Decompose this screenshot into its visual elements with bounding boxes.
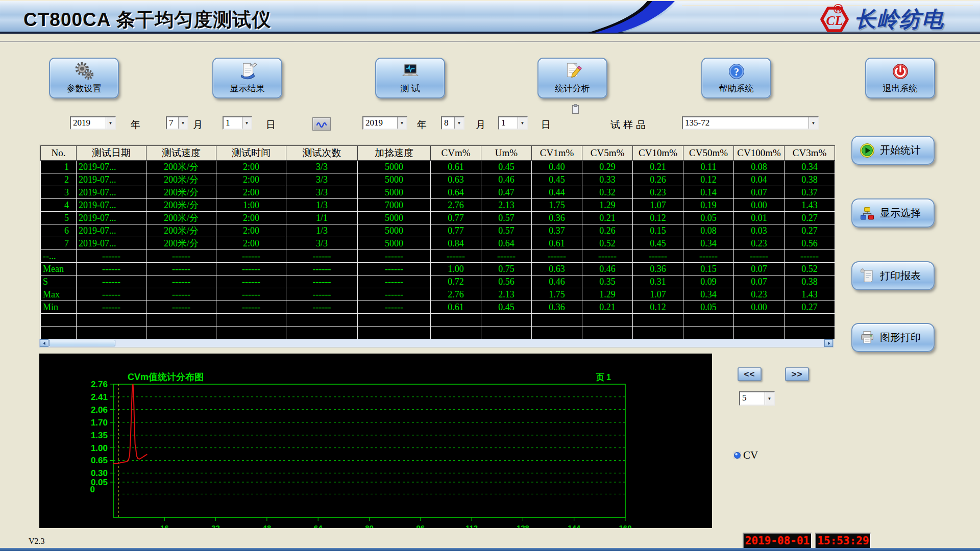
table-row[interactable]: 52019-07...200米/分2:001/150000.770.570.36… bbox=[41, 212, 835, 224]
chevron-down-icon[interactable]: ▼ bbox=[397, 117, 406, 129]
column-header: 加捻速度 bbox=[358, 146, 431, 161]
table-cell: 1.43 bbox=[785, 199, 835, 212]
table-row[interactable]: 22019-07...200米/分2:003/350000.630.460.45… bbox=[41, 173, 835, 186]
display-select-button[interactable]: 显示选择 bbox=[851, 198, 935, 228]
cv-radio-icon[interactable] bbox=[733, 452, 741, 459]
table-row[interactable]: Mean------------------------------1.000.… bbox=[41, 263, 835, 276]
table-row[interactable]: Max------------------------------2.762.1… bbox=[41, 288, 835, 301]
table-row[interactable]: Min------------------------------0.610.4… bbox=[41, 301, 835, 314]
table-cell: 0.84 bbox=[431, 237, 481, 250]
end-day-unit: 日 bbox=[541, 118, 551, 132]
test-button[interactable]: 测 试 bbox=[375, 58, 445, 98]
end-month-select[interactable]: 8 ▼ bbox=[441, 116, 464, 130]
table-cell: 0.23 bbox=[633, 186, 683, 199]
params-button[interactable]: 参数设置 bbox=[49, 58, 119, 98]
cv-label: CV bbox=[743, 449, 758, 462]
y-tick-label: 1.70 bbox=[91, 418, 108, 428]
sample-select[interactable]: 135-72 ▼ bbox=[682, 116, 819, 130]
table-cell: 0.05 bbox=[683, 212, 734, 224]
stats-edit-icon bbox=[563, 62, 582, 81]
scroll-left-button[interactable] bbox=[40, 339, 48, 347]
table-cell: 0.38 bbox=[785, 173, 835, 186]
chevron-down-icon[interactable]: ▼ bbox=[242, 117, 251, 129]
table-cell bbox=[431, 327, 481, 339]
print-report-button[interactable]: 打印报表 bbox=[851, 261, 935, 290]
clipboard-icon[interactable] bbox=[572, 104, 579, 114]
app-window: { "window": { "title": "CT800CA 条干均匀度测试仪… bbox=[0, 0, 980, 551]
table-cell: 1.00 bbox=[431, 263, 481, 276]
table-cell: 0.07 bbox=[734, 263, 785, 276]
table-cell bbox=[481, 327, 532, 339]
page-next-button[interactable]: >> bbox=[785, 367, 809, 381]
chevron-down-icon[interactable]: ▼ bbox=[178, 117, 187, 129]
print-report-button-label: 打印报表 bbox=[880, 269, 921, 283]
table-cell: ------ bbox=[77, 288, 146, 301]
table-cell: 200米/分 bbox=[146, 173, 216, 186]
y-tick-label: 1.35 bbox=[91, 431, 108, 440]
gears-icon bbox=[75, 62, 94, 81]
table-cell: 200米/分 bbox=[146, 161, 216, 173]
wave-icon bbox=[315, 120, 328, 128]
table-cell: 2 bbox=[41, 173, 77, 186]
graph-print-button[interactable]: 图形打印 bbox=[851, 323, 935, 352]
table-row[interactable]: S------------------------------0.720.560… bbox=[41, 276, 835, 288]
table-row[interactable]: 62019-07...200米/分2:001/350000.770.570.37… bbox=[41, 224, 835, 237]
table-cell: 2:00 bbox=[216, 161, 286, 173]
start-stats-button[interactable]: 开始统计 bbox=[851, 136, 935, 165]
start-year-unit: 年 bbox=[131, 118, 140, 132]
exit-button[interactable]: 退出系统 bbox=[865, 58, 935, 98]
scroll-thumb[interactable] bbox=[49, 340, 115, 346]
table-cell: 0.21 bbox=[633, 161, 683, 173]
scroll-right-button[interactable] bbox=[824, 339, 833, 347]
table-row[interactable]: 12019-07...200米/分2:003/350000.610.450.40… bbox=[41, 161, 835, 173]
page-size-select[interactable]: 5 ▼ bbox=[739, 391, 775, 406]
chevron-down-icon[interactable]: ▼ bbox=[808, 117, 818, 129]
test-button-label: 测 试 bbox=[400, 83, 420, 94]
table-row[interactable]: 32019-07...200米/分2:003/350000.640.470.44… bbox=[41, 186, 835, 199]
start-month-select[interactable]: 7 ▼ bbox=[166, 116, 188, 130]
start-day-select[interactable]: 1 ▼ bbox=[223, 116, 252, 130]
chevron-down-icon[interactable]: ▼ bbox=[518, 117, 527, 129]
column-header: CVm% bbox=[431, 146, 481, 161]
column-header: CV1m% bbox=[532, 146, 582, 161]
table-cell: 7000 bbox=[358, 199, 431, 212]
column-header: CV100m% bbox=[734, 146, 785, 161]
chevron-down-icon[interactable]: ▼ bbox=[106, 117, 115, 129]
start-stats-button-label: 开始统计 bbox=[880, 143, 921, 157]
table-cell bbox=[41, 314, 77, 327]
sample-value: 135-72 bbox=[683, 117, 808, 129]
table-row[interactable]: 72019-07...200米/分2:003/350000.840.640.61… bbox=[41, 237, 835, 250]
page-prev-button[interactable]: << bbox=[738, 367, 762, 381]
table-row[interactable]: 42019-07...200米/分1:001/370002.762.131.75… bbox=[41, 199, 835, 212]
registered-trademark-mark: ® bbox=[834, 1, 843, 17]
table-cell: 7 bbox=[41, 237, 77, 250]
printer-icon bbox=[860, 330, 875, 345]
column-header: 测试日期 bbox=[77, 146, 146, 161]
org-chart-icon bbox=[860, 206, 875, 221]
chevron-down-icon[interactable]: ▼ bbox=[454, 117, 463, 129]
table-cell: 2.13 bbox=[481, 288, 532, 301]
table-cell: 0.09 bbox=[683, 276, 734, 288]
table-cell: 0.56 bbox=[481, 276, 532, 288]
end-day-select[interactable]: 1 ▼ bbox=[498, 116, 528, 130]
table-cell: 1/1 bbox=[286, 212, 358, 224]
help-icon: ? bbox=[727, 62, 746, 81]
analysis-button[interactable]: 统计分析 bbox=[537, 58, 607, 98]
help-button[interactable]: ?帮助系统 bbox=[701, 58, 771, 98]
date-range-button[interactable] bbox=[312, 117, 331, 131]
x-tick-label: 64 bbox=[314, 523, 323, 528]
table-cell bbox=[358, 327, 431, 339]
table-cell bbox=[286, 314, 358, 327]
chart-page-label: 页 1 bbox=[596, 373, 611, 382]
table-row[interactable]: --...-----------------------------------… bbox=[41, 250, 835, 263]
table-cell bbox=[582, 327, 633, 339]
cv-option[interactable]: CV bbox=[733, 449, 758, 462]
results-button[interactable]: 显示结果 bbox=[212, 58, 282, 98]
chevron-down-icon[interactable]: ▼ bbox=[765, 392, 774, 405]
table-cell: 1 bbox=[41, 161, 77, 173]
table-cell: ------ bbox=[286, 263, 358, 276]
end-day-value: 1 bbox=[499, 117, 518, 129]
horizontal-scrollbar[interactable] bbox=[39, 339, 834, 347]
end-year-select[interactable]: 2019 ▼ bbox=[362, 116, 407, 130]
start-year-select[interactable]: 2019 ▼ bbox=[70, 116, 116, 130]
